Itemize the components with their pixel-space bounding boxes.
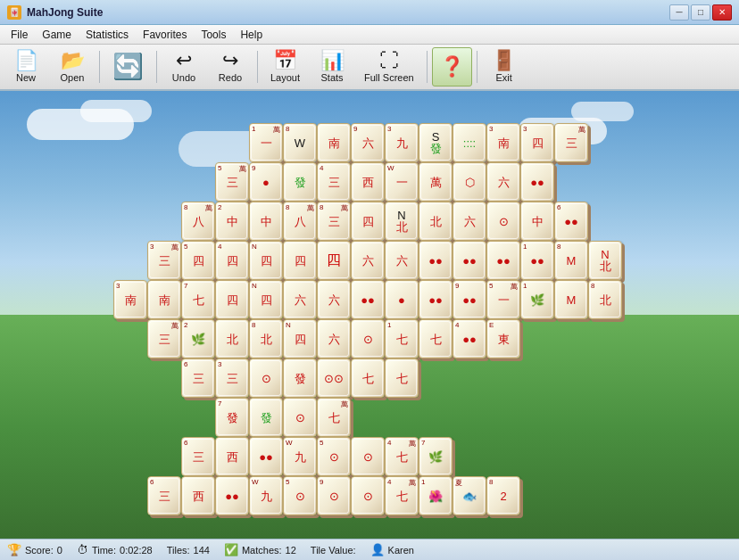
tile[interactable]: 四 <box>351 202 385 241</box>
tile[interactable]: 四 <box>317 241 351 280</box>
tile[interactable]: 5⊙ <box>317 437 351 476</box>
tile[interactable]: 北 <box>419 202 453 241</box>
tile[interactable]: ⊙ <box>351 437 385 476</box>
menu-statistics[interactable]: Statistics <box>79 27 136 43</box>
tile[interactable]: W一 <box>385 162 419 202</box>
tile[interactable]: 8W <box>283 123 317 162</box>
tile[interactable]: 1七 <box>385 319 419 358</box>
redo-button[interactable]: ↪ Redo <box>208 47 253 86</box>
tile[interactable]: 5三萬 <box>215 162 249 202</box>
tile[interactable]: 8八萬 <box>283 202 317 241</box>
close-button[interactable]: ✕ <box>712 4 732 21</box>
tile[interactable]: 南 <box>147 280 181 319</box>
tile[interactable]: 南 <box>317 123 351 162</box>
menu-file[interactable]: File <box>4 27 35 43</box>
tile[interactable]: 1●● <box>520 241 554 280</box>
tile[interactable]: N四 <box>283 319 317 358</box>
tile[interactable]: 8三萬 <box>317 202 351 241</box>
tile[interactable]: 3三萬 <box>147 241 181 280</box>
tile[interactable]: 8M <box>554 241 588 280</box>
tile[interactable]: 7發 <box>215 398 249 437</box>
tile[interactable]: 4七萬 <box>385 437 419 476</box>
tile[interactable]: W九 <box>283 437 317 476</box>
menu-help[interactable]: Help <box>233 27 270 43</box>
tile[interactable]: ●● <box>419 241 453 280</box>
minimize-button[interactable]: ─ <box>669 4 689 21</box>
tile[interactable]: 六 <box>317 319 351 358</box>
tile[interactable]: 北 <box>215 319 249 358</box>
tile[interactable]: 發 <box>283 162 317 202</box>
tile[interactable]: ⊙ <box>486 202 520 241</box>
tile[interactable]: N四 <box>249 280 283 319</box>
tile[interactable]: 8北 <box>249 319 283 358</box>
tile[interactable]: 七 <box>351 358 385 398</box>
tile[interactable]: 6●● <box>554 202 588 241</box>
tile[interactable]: ⬡ <box>453 162 486 202</box>
tile[interactable]: 6三 <box>181 437 215 476</box>
tile[interactable]: E東 <box>486 319 520 358</box>
menu-game[interactable]: Game <box>35 27 79 43</box>
tile[interactable]: 3四 <box>520 123 554 162</box>
tile[interactable]: 6三 <box>147 476 181 515</box>
undo-button[interactable]: ↩ Undo <box>162 47 206 86</box>
tile[interactable]: ● <box>385 280 419 319</box>
tile[interactable]: 2中 <box>215 202 249 241</box>
tile[interactable]: N四 <box>249 241 283 280</box>
exit-button[interactable]: 🚪 Exit <box>482 47 527 86</box>
tile[interactable]: 3南 <box>486 123 520 162</box>
tile[interactable]: 六 <box>486 162 520 202</box>
tile[interactable]: 六 <box>283 280 317 319</box>
tile[interactable]: 6三 <box>181 358 215 398</box>
tile[interactable]: 四 <box>283 241 317 280</box>
tile[interactable]: ●● <box>419 280 453 319</box>
tile[interactable]: 7🌿 <box>419 437 453 476</box>
tile[interactable]: :::: <box>453 123 486 162</box>
tile[interactable]: 9●● <box>453 280 486 319</box>
tile[interactable]: M <box>554 280 588 319</box>
layout-button[interactable]: 📅 Layout <box>262 47 308 86</box>
tile[interactable]: 4三 <box>317 162 351 202</box>
tile[interactable]: 9⊙ <box>317 476 351 515</box>
tile[interactable]: ⊙ <box>283 398 317 437</box>
open-button[interactable]: 📂 Open <box>50 47 95 86</box>
tile[interactable]: 發 <box>249 398 283 437</box>
tile[interactable]: 1一萬 <box>249 123 283 162</box>
tile[interactable]: 4四 <box>215 241 249 280</box>
tile[interactable]: 1🌿 <box>520 280 554 319</box>
tile[interactable]: 3三 <box>215 358 249 398</box>
tile[interactable]: N北 <box>385 202 419 241</box>
tile[interactable]: 六 <box>385 241 419 280</box>
tile[interactable]: 七 <box>419 319 453 358</box>
tile[interactable]: 六 <box>317 280 351 319</box>
tile[interactable]: W九 <box>249 476 283 515</box>
tile[interactable]: N北 <box>588 241 622 280</box>
tile[interactable]: 3南 <box>113 280 147 319</box>
tile[interactable]: 四 <box>215 280 249 319</box>
tile[interactable]: 1🌺 <box>419 476 453 515</box>
tile[interactable]: 9六 <box>351 123 385 162</box>
tile[interactable]: ⊙ <box>249 358 283 398</box>
tile[interactable]: ⊙⊙ <box>317 358 351 398</box>
refresh-button[interactable]: 🔄 <box>104 47 152 86</box>
tile[interactable]: ●● <box>215 476 249 515</box>
fullscreen-button[interactable]: ⛶ Full Screen <box>356 47 422 86</box>
tile[interactable]: 三萬 <box>554 123 588 162</box>
new-button[interactable]: 📄 New <box>4 47 48 86</box>
tile[interactable]: 2🌿 <box>181 319 215 358</box>
menu-tools[interactable]: Tools <box>194 27 233 43</box>
tile[interactable]: 5一萬 <box>486 280 520 319</box>
tile[interactable]: 西 <box>215 437 249 476</box>
tile[interactable]: 六 <box>453 202 486 241</box>
tile[interactable]: 三萬 <box>147 319 181 358</box>
tile[interactable]: 發 <box>283 358 317 398</box>
tile[interactable]: 夏🐟 <box>453 476 486 515</box>
tile[interactable]: 3九 <box>385 123 419 162</box>
tile[interactable]: 中 <box>249 202 283 241</box>
tile[interactable]: ●● <box>351 280 385 319</box>
tile[interactable]: S發 <box>419 123 453 162</box>
tile[interactable]: ●● <box>453 241 486 280</box>
tile[interactable]: 六 <box>351 241 385 280</box>
tile[interactable]: 4七萬 <box>385 476 419 515</box>
tile[interactable]: 8八萬 <box>181 202 215 241</box>
tile[interactable]: 9● <box>249 162 283 202</box>
